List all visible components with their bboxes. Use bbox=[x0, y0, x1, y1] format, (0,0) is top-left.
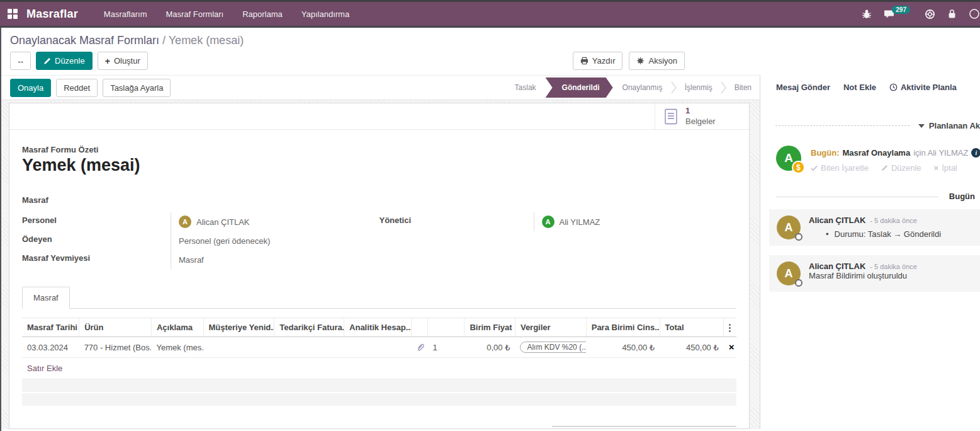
edit-activity-link[interactable]: Düzenle bbox=[881, 163, 921, 173]
lock-icon[interactable] bbox=[947, 9, 957, 19]
kebab-icon[interactable] bbox=[729, 324, 731, 332]
edit-button[interactable]: Düzenle bbox=[36, 52, 93, 70]
print-button[interactable]: Yazdır bbox=[573, 52, 623, 70]
expense-line-row[interactable]: 03.03.2024 770 - Hizmet (Bos... Yemek (m… bbox=[22, 337, 736, 358]
col-header-options[interactable] bbox=[724, 318, 736, 337]
nav-item-masraflarim[interactable]: Masraflarım bbox=[94, 2, 157, 26]
status-step-islenmis[interactable]: İşlenmiş bbox=[677, 83, 721, 92]
user-icon[interactable] bbox=[969, 8, 980, 20]
printer-icon bbox=[580, 57, 589, 65]
cell-customer-reinvoice bbox=[203, 337, 274, 358]
sheet-topbar: 1 Belgeler bbox=[9, 103, 749, 130]
field-label: Ödeyen bbox=[22, 231, 171, 250]
field-value-yevmiyesi[interactable]: Masraf bbox=[171, 250, 380, 269]
col-header-date[interactable]: Masraf Tarihi bbox=[22, 318, 79, 337]
create-button[interactable]: + Oluştur bbox=[98, 52, 148, 70]
top-navbar: Masraflar Masraflarım Masraf Formları Ra… bbox=[0, 2, 980, 26]
field-row-odeyen: Ödeyen Personel (geri ödenecek) bbox=[22, 231, 380, 250]
bug-icon[interactable] bbox=[862, 9, 872, 19]
field-label: Masraf Yevmiyesi bbox=[22, 250, 171, 269]
log-note-tab[interactable]: Not Ekle bbox=[843, 83, 876, 92]
control-panel-actions: Yazdır Aksiyon bbox=[573, 52, 685, 70]
expense-lines-table: Masraf Tarihi Ürün Açıklama Müşteriye Ye… bbox=[22, 318, 736, 358]
message-author: Alican ÇITLAK bbox=[809, 216, 865, 225]
set-draft-button[interactable]: Taslağa Ayarla bbox=[103, 79, 171, 97]
nav-item-raporlama[interactable]: Raporlama bbox=[233, 2, 292, 26]
col-header-currency-amount[interactable]: Para Birimi Cins... bbox=[586, 318, 660, 337]
expand-breadcrumb-button[interactable]: ↔ bbox=[10, 52, 31, 70]
field-row-personel: Personel A Alican ÇITLAK bbox=[22, 212, 380, 231]
nav-item-masraf-formlari[interactable]: Masraf Formları bbox=[156, 2, 233, 26]
avatar: A bbox=[179, 216, 191, 228]
message-avatar: A bbox=[777, 216, 801, 239]
form-body: Masraf Formu Özeti Yemek (mesai) Masraf … bbox=[9, 130, 749, 429]
status-step-onaylanmis[interactable]: Onaylanmış bbox=[614, 83, 671, 92]
lifebuoy-icon[interactable] bbox=[925, 9, 935, 20]
field-value-yonetici[interactable]: A Ali YILMAZ bbox=[534, 212, 737, 231]
refuse-button[interactable]: Reddet bbox=[56, 79, 98, 97]
paperclip-icon bbox=[416, 343, 422, 352]
planned-activities-label: Planlanan Ak bbox=[929, 121, 980, 130]
col-header-total[interactable]: Total bbox=[660, 318, 724, 337]
cell-unit-price: 0,00 ₺ bbox=[465, 337, 515, 358]
cell-product: 770 - Hizmet (Bos... bbox=[79, 337, 152, 358]
field-groups: Personel A Alican ÇITLAK Ödeyen Personel… bbox=[22, 212, 736, 269]
gear-icon bbox=[636, 57, 645, 65]
documents-stat-button[interactable]: 1 Belgeler bbox=[655, 103, 749, 129]
pencil-icon bbox=[43, 57, 51, 65]
field-label: Yönetici bbox=[380, 212, 534, 231]
col-header-vendor-bill[interactable]: Tedarikçi Fatura... bbox=[274, 318, 344, 337]
mark-done-link[interactable]: Biten İşaretle bbox=[811, 163, 869, 173]
form-view-column: Onayla Reddet Taslağa Ayarla Taslak Gönd… bbox=[0, 75, 760, 429]
col-header-customer-reinvoice[interactable]: Müşteriye Yenid... bbox=[203, 318, 274, 337]
record-title: Yemek (mesai) bbox=[22, 156, 736, 175]
avatar: A bbox=[542, 216, 555, 228]
col-header-unit-price[interactable]: Birim Fiyat bbox=[465, 318, 515, 337]
activity-item: A $ Bugün: Masraf Onaylama için Ali YILM… bbox=[760, 146, 980, 173]
nav-item-yapilandirma[interactable]: Yapılandırma bbox=[292, 2, 359, 26]
field-group-right: Yönetici A Ali YILMAZ bbox=[380, 212, 737, 269]
app-title[interactable]: Masraflar bbox=[26, 8, 78, 21]
status-step-taslak[interactable]: Taslak bbox=[507, 83, 544, 92]
cell-date: 03.03.2024 bbox=[22, 337, 79, 358]
col-header-description[interactable]: Açıklama bbox=[151, 318, 203, 337]
delete-row-icon[interactable]: × bbox=[729, 342, 735, 352]
add-line-link[interactable]: Satır Ekle bbox=[22, 358, 736, 379]
message-author: Alican ÇITLAK bbox=[809, 261, 865, 271]
cell-delete: × bbox=[724, 337, 736, 358]
field-value-odeyen[interactable]: Personel (geri ödenecek) bbox=[171, 231, 380, 250]
cell-vendor-bill bbox=[274, 337, 344, 358]
send-message-tab[interactable]: Mesaj Gönder bbox=[776, 83, 830, 92]
activity-actions: Biten İşaretle Düzenle × İptal bbox=[811, 163, 980, 173]
action-button[interactable]: Aksiyon bbox=[629, 52, 685, 70]
dollar-badge-icon: $ bbox=[792, 161, 805, 174]
activity-avatar: A $ bbox=[776, 146, 801, 171]
date-separator-label: Bugün bbox=[944, 192, 975, 201]
planned-activities-header[interactable]: Planlanan Ak bbox=[760, 121, 980, 130]
apps-menu-icon[interactable] bbox=[8, 9, 18, 19]
cell-taxes: Alım KDV %20 (... bbox=[515, 337, 586, 358]
field-group-left: Personel A Alican ÇITLAK Ödeyen Personel… bbox=[22, 212, 380, 269]
cancel-activity-link[interactable]: × İptal bbox=[934, 163, 957, 173]
cell-analytic bbox=[344, 337, 412, 358]
col-header-taxes[interactable]: Vergiler bbox=[515, 318, 586, 337]
activity-name: Masraf Onaylama bbox=[842, 148, 910, 158]
summary-label: Masraf Formu Özeti bbox=[22, 145, 736, 154]
field-row-yonetici: Yönetici A Ali YILMAZ bbox=[380, 212, 737, 231]
message-content: Alican ÇITLAK - 5 dakika önce Masraf Bil… bbox=[809, 261, 917, 285]
field-value-personel[interactable]: A Alican ÇITLAK bbox=[171, 212, 380, 231]
breadcrumb-parent-link[interactable]: Onaylanacak Masraf Formları bbox=[10, 34, 159, 47]
status-step-biten[interactable]: Biten bbox=[726, 83, 760, 92]
col-header-attachment bbox=[411, 318, 427, 337]
approve-button[interactable]: Onayla bbox=[10, 79, 51, 97]
col-header-analytic-account[interactable]: Analitik Hesap... bbox=[344, 318, 412, 337]
status-pipeline: Taslak Gönderildi Onaylanmış İşlenmiş Bi… bbox=[507, 76, 760, 100]
info-icon[interactable]: i bbox=[971, 148, 980, 158]
tab-masraf[interactable]: Masraf bbox=[22, 287, 70, 309]
field-row-masraf-yevmiyesi: Masraf Yevmiyesi Masraf bbox=[22, 250, 380, 269]
left-right-arrow-icon: ↔ bbox=[16, 56, 25, 66]
status-step-gonderildi-active[interactable]: Gönderildi bbox=[546, 78, 613, 98]
col-header-product[interactable]: Ürün bbox=[79, 318, 152, 337]
messages-icon[interactable]: 297 bbox=[884, 9, 913, 19]
schedule-activity-tab[interactable]: Aktivite Planla bbox=[889, 83, 957, 92]
